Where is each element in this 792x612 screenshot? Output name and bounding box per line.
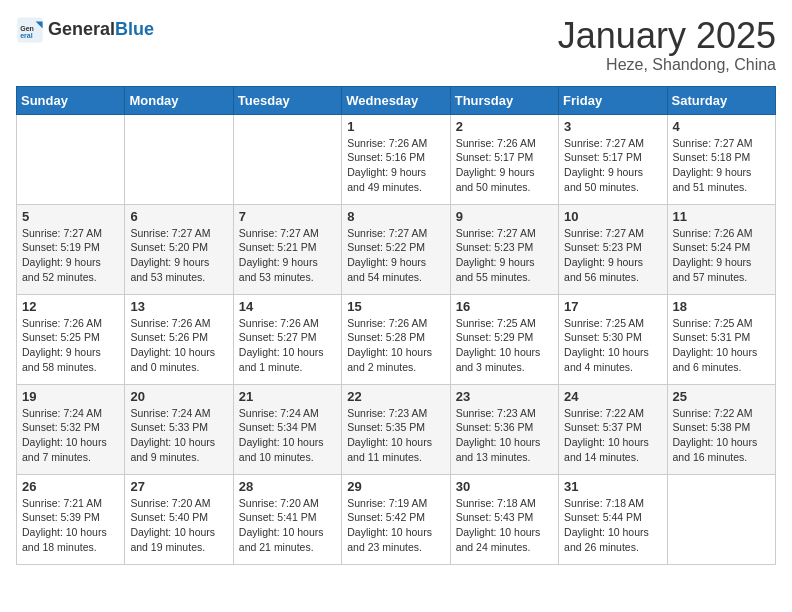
day-number: 11	[673, 209, 770, 224]
svg-text:Gen: Gen	[20, 25, 34, 32]
day-info: Sunrise: 7:27 AM Sunset: 5:22 PM Dayligh…	[347, 226, 444, 285]
day-info: Sunrise: 7:22 AM Sunset: 5:38 PM Dayligh…	[673, 406, 770, 465]
week-row-2: 5Sunrise: 7:27 AM Sunset: 5:19 PM Daylig…	[17, 204, 776, 294]
day-cell: 17Sunrise: 7:25 AM Sunset: 5:30 PM Dayli…	[559, 294, 667, 384]
day-info: Sunrise: 7:27 AM Sunset: 5:23 PM Dayligh…	[564, 226, 661, 285]
day-number: 23	[456, 389, 553, 404]
day-cell: 8Sunrise: 7:27 AM Sunset: 5:22 PM Daylig…	[342, 204, 450, 294]
day-cell: 21Sunrise: 7:24 AM Sunset: 5:34 PM Dayli…	[233, 384, 341, 474]
day-cell: 28Sunrise: 7:20 AM Sunset: 5:41 PM Dayli…	[233, 474, 341, 564]
day-info: Sunrise: 7:23 AM Sunset: 5:35 PM Dayligh…	[347, 406, 444, 465]
day-info: Sunrise: 7:22 AM Sunset: 5:37 PM Dayligh…	[564, 406, 661, 465]
day-cell: 7Sunrise: 7:27 AM Sunset: 5:21 PM Daylig…	[233, 204, 341, 294]
day-info: Sunrise: 7:27 AM Sunset: 5:18 PM Dayligh…	[673, 136, 770, 195]
day-number: 3	[564, 119, 661, 134]
calendar-table: SundayMondayTuesdayWednesdayThursdayFrid…	[16, 86, 776, 565]
day-info: Sunrise: 7:18 AM Sunset: 5:44 PM Dayligh…	[564, 496, 661, 555]
day-number: 17	[564, 299, 661, 314]
logo-general: General	[48, 19, 115, 39]
day-number: 14	[239, 299, 336, 314]
day-header-sunday: Sunday	[17, 86, 125, 114]
day-number: 13	[130, 299, 227, 314]
day-header-monday: Monday	[125, 86, 233, 114]
day-number: 15	[347, 299, 444, 314]
logo-blue: Blue	[115, 19, 154, 39]
day-info: Sunrise: 7:27 AM Sunset: 5:17 PM Dayligh…	[564, 136, 661, 195]
day-cell: 13Sunrise: 7:26 AM Sunset: 5:26 PM Dayli…	[125, 294, 233, 384]
day-cell: 18Sunrise: 7:25 AM Sunset: 5:31 PM Dayli…	[667, 294, 775, 384]
day-number: 5	[22, 209, 119, 224]
day-number: 19	[22, 389, 119, 404]
day-cell: 9Sunrise: 7:27 AM Sunset: 5:23 PM Daylig…	[450, 204, 558, 294]
logo-icon: Gen eral	[16, 16, 44, 44]
day-info: Sunrise: 7:27 AM Sunset: 5:19 PM Dayligh…	[22, 226, 119, 285]
week-row-1: 1Sunrise: 7:26 AM Sunset: 5:16 PM Daylig…	[17, 114, 776, 204]
day-info: Sunrise: 7:25 AM Sunset: 5:29 PM Dayligh…	[456, 316, 553, 375]
day-cell	[125, 114, 233, 204]
day-number: 9	[456, 209, 553, 224]
day-info: Sunrise: 7:24 AM Sunset: 5:32 PM Dayligh…	[22, 406, 119, 465]
day-number: 16	[456, 299, 553, 314]
week-row-3: 12Sunrise: 7:26 AM Sunset: 5:25 PM Dayli…	[17, 294, 776, 384]
day-info: Sunrise: 7:25 AM Sunset: 5:31 PM Dayligh…	[673, 316, 770, 375]
day-number: 28	[239, 479, 336, 494]
day-info: Sunrise: 7:26 AM Sunset: 5:28 PM Dayligh…	[347, 316, 444, 375]
day-cell: 14Sunrise: 7:26 AM Sunset: 5:27 PM Dayli…	[233, 294, 341, 384]
month-title: January 2025	[558, 16, 776, 56]
day-number: 29	[347, 479, 444, 494]
day-number: 18	[673, 299, 770, 314]
day-cell: 5Sunrise: 7:27 AM Sunset: 5:19 PM Daylig…	[17, 204, 125, 294]
day-number: 24	[564, 389, 661, 404]
week-row-4: 19Sunrise: 7:24 AM Sunset: 5:32 PM Dayli…	[17, 384, 776, 474]
day-cell: 25Sunrise: 7:22 AM Sunset: 5:38 PM Dayli…	[667, 384, 775, 474]
day-cell: 11Sunrise: 7:26 AM Sunset: 5:24 PM Dayli…	[667, 204, 775, 294]
day-info: Sunrise: 7:27 AM Sunset: 5:20 PM Dayligh…	[130, 226, 227, 285]
day-number: 1	[347, 119, 444, 134]
day-number: 20	[130, 389, 227, 404]
day-number: 4	[673, 119, 770, 134]
day-cell: 4Sunrise: 7:27 AM Sunset: 5:18 PM Daylig…	[667, 114, 775, 204]
day-cell	[17, 114, 125, 204]
day-info: Sunrise: 7:26 AM Sunset: 5:17 PM Dayligh…	[456, 136, 553, 195]
day-number: 7	[239, 209, 336, 224]
day-info: Sunrise: 7:21 AM Sunset: 5:39 PM Dayligh…	[22, 496, 119, 555]
day-number: 2	[456, 119, 553, 134]
week-row-5: 26Sunrise: 7:21 AM Sunset: 5:39 PM Dayli…	[17, 474, 776, 564]
day-cell	[233, 114, 341, 204]
logo: Gen eral GeneralBlue	[16, 16, 154, 44]
day-info: Sunrise: 7:24 AM Sunset: 5:34 PM Dayligh…	[239, 406, 336, 465]
day-header-wednesday: Wednesday	[342, 86, 450, 114]
title-area: January 2025 Heze, Shandong, China	[558, 16, 776, 74]
day-cell: 26Sunrise: 7:21 AM Sunset: 5:39 PM Dayli…	[17, 474, 125, 564]
day-number: 21	[239, 389, 336, 404]
day-number: 10	[564, 209, 661, 224]
day-info: Sunrise: 7:27 AM Sunset: 5:23 PM Dayligh…	[456, 226, 553, 285]
day-cell: 29Sunrise: 7:19 AM Sunset: 5:42 PM Dayli…	[342, 474, 450, 564]
day-number: 12	[22, 299, 119, 314]
day-number: 8	[347, 209, 444, 224]
day-cell: 2Sunrise: 7:26 AM Sunset: 5:17 PM Daylig…	[450, 114, 558, 204]
day-cell: 22Sunrise: 7:23 AM Sunset: 5:35 PM Dayli…	[342, 384, 450, 474]
day-cell: 16Sunrise: 7:25 AM Sunset: 5:29 PM Dayli…	[450, 294, 558, 384]
day-cell: 10Sunrise: 7:27 AM Sunset: 5:23 PM Dayli…	[559, 204, 667, 294]
day-info: Sunrise: 7:27 AM Sunset: 5:21 PM Dayligh…	[239, 226, 336, 285]
day-cell: 30Sunrise: 7:18 AM Sunset: 5:43 PM Dayli…	[450, 474, 558, 564]
day-info: Sunrise: 7:18 AM Sunset: 5:43 PM Dayligh…	[456, 496, 553, 555]
day-number: 25	[673, 389, 770, 404]
day-cell: 20Sunrise: 7:24 AM Sunset: 5:33 PM Dayli…	[125, 384, 233, 474]
day-info: Sunrise: 7:25 AM Sunset: 5:30 PM Dayligh…	[564, 316, 661, 375]
day-info: Sunrise: 7:20 AM Sunset: 5:40 PM Dayligh…	[130, 496, 227, 555]
day-header-tuesday: Tuesday	[233, 86, 341, 114]
day-cell: 3Sunrise: 7:27 AM Sunset: 5:17 PM Daylig…	[559, 114, 667, 204]
day-cell: 27Sunrise: 7:20 AM Sunset: 5:40 PM Dayli…	[125, 474, 233, 564]
header-row: SundayMondayTuesdayWednesdayThursdayFrid…	[17, 86, 776, 114]
location-title: Heze, Shandong, China	[558, 56, 776, 74]
day-header-saturday: Saturday	[667, 86, 775, 114]
day-number: 6	[130, 209, 227, 224]
svg-text:eral: eral	[20, 32, 33, 39]
day-number: 22	[347, 389, 444, 404]
day-info: Sunrise: 7:20 AM Sunset: 5:41 PM Dayligh…	[239, 496, 336, 555]
day-cell: 6Sunrise: 7:27 AM Sunset: 5:20 PM Daylig…	[125, 204, 233, 294]
day-cell: 15Sunrise: 7:26 AM Sunset: 5:28 PM Dayli…	[342, 294, 450, 384]
day-cell	[667, 474, 775, 564]
